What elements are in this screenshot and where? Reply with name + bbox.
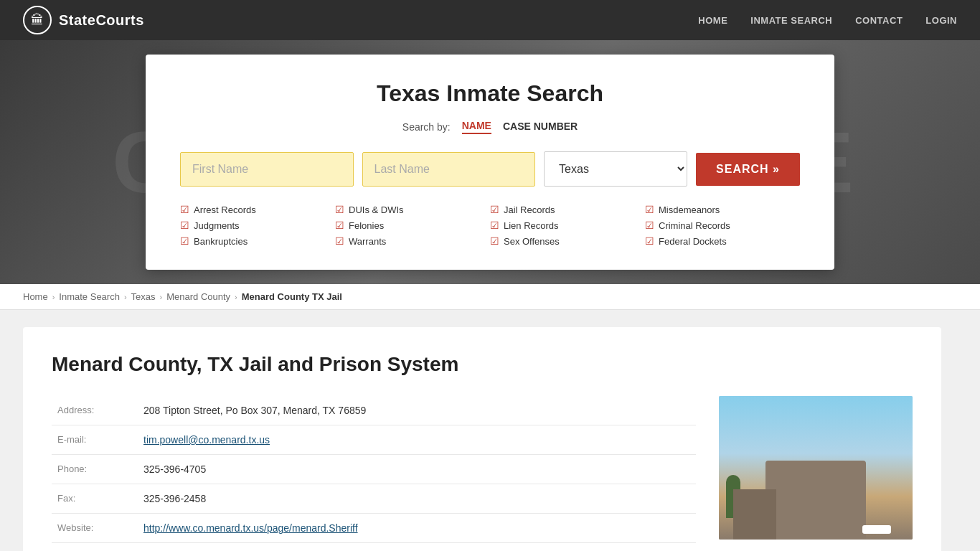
nav-login[interactable]: LOGIN bbox=[925, 15, 957, 26]
check-bankruptcies: ☑ Bankruptcies bbox=[180, 235, 335, 247]
label-email: E-mail: bbox=[52, 425, 138, 455]
check-label-arrest: Arrest Records bbox=[194, 204, 256, 215]
check-label-lien: Lien Records bbox=[504, 220, 559, 231]
check-icon-duis: ☑ bbox=[335, 204, 344, 215]
label-address: Address: bbox=[52, 396, 138, 425]
check-judgments: ☑ Judgments bbox=[180, 220, 335, 231]
label-fax: Fax: bbox=[52, 484, 138, 514]
nav-home[interactable]: HOME bbox=[698, 15, 727, 26]
check-icon-criminal: ☑ bbox=[645, 220, 654, 231]
value-phone: 325-396-4705 bbox=[138, 455, 696, 484]
breadcrumb-sep-1: › bbox=[52, 293, 55, 301]
breadcrumb: Home › Inmate Search › Texas › Menard Co… bbox=[0, 284, 980, 310]
check-label-jail: Jail Records bbox=[504, 204, 555, 215]
table-row: Address: 208 Tipton Street, Po Box 307, … bbox=[52, 396, 696, 425]
table-row: Phone: 325-396-4705 bbox=[52, 455, 696, 484]
checklist-col-3: ☑ Jail Records ☑ Lien Records ☑ Sex Offe… bbox=[490, 204, 645, 247]
check-label-felonies: Felonies bbox=[349, 220, 384, 231]
logo-text: StateCourts bbox=[59, 12, 144, 29]
first-name-input[interactable] bbox=[180, 152, 354, 187]
label-phone: Phone: bbox=[52, 455, 138, 484]
check-criminal-records: ☑ Criminal Records bbox=[645, 220, 800, 231]
breadcrumb-home[interactable]: Home bbox=[23, 291, 48, 302]
value-website: http://www.co.menard.tx.us/page/menard.S… bbox=[138, 514, 696, 543]
check-label-federal: Federal Dockets bbox=[659, 236, 727, 247]
check-icon-lien: ☑ bbox=[490, 220, 499, 231]
check-jail-records: ☑ Jail Records bbox=[490, 204, 645, 215]
search-card: Texas Inmate Search Search by: NAME CASE… bbox=[146, 55, 834, 270]
content-card: Menard County, TX Jail and Prison System… bbox=[23, 327, 941, 551]
content-right bbox=[719, 396, 913, 543]
check-duis: ☑ DUIs & DWIs bbox=[335, 204, 490, 215]
building-image bbox=[719, 396, 913, 540]
value-fax: 325-396-2458 bbox=[138, 484, 696, 514]
check-label-judgments: Judgments bbox=[194, 220, 240, 231]
check-warrants: ☑ Warrants bbox=[335, 235, 490, 247]
breadcrumb-sep-4: › bbox=[235, 293, 237, 301]
value-email: tim.powell@co.menard.tx.us bbox=[138, 425, 696, 455]
checklist-col-1: ☑ Arrest Records ☑ Judgments ☑ Bankruptc… bbox=[180, 204, 335, 247]
content-left: Address: 208 Tipton Street, Po Box 307, … bbox=[52, 396, 696, 543]
main-nav: HOME INMATE SEARCH CONTACT LOGIN bbox=[698, 15, 957, 26]
website-link[interactable]: http://www.co.menard.tx.us/page/menard.S… bbox=[143, 522, 358, 534]
content-area: Menard County, TX Jail and Prison System… bbox=[0, 310, 980, 551]
info-table: Address: 208 Tipton Street, Po Box 307, … bbox=[52, 396, 696, 543]
value-address: 208 Tipton Street, Po Box 307, Menard, T… bbox=[138, 396, 696, 425]
logo-icon: 🏛 bbox=[23, 6, 52, 34]
search-inputs-row: Texas Alabama Alaska California Florida … bbox=[180, 151, 800, 187]
breadcrumb-sep-2: › bbox=[124, 293, 127, 301]
search-title: Texas Inmate Search bbox=[180, 80, 800, 107]
nav-inmate-search[interactable]: INMATE SEARCH bbox=[750, 15, 832, 26]
breadcrumb-current: Menard County TX Jail bbox=[242, 291, 342, 302]
breadcrumb-sep-3: › bbox=[160, 293, 163, 301]
checklist-col-2: ☑ DUIs & DWIs ☑ Felonies ☑ Warrants bbox=[335, 204, 490, 247]
search-button[interactable]: SEARCH » bbox=[696, 153, 800, 186]
check-icon-federal: ☑ bbox=[645, 235, 654, 247]
check-icon-warrants: ☑ bbox=[335, 235, 344, 247]
check-federal-dockets: ☑ Federal Dockets bbox=[645, 235, 800, 247]
check-icon-arrest: ☑ bbox=[180, 204, 189, 215]
table-row: Fax: 325-396-2458 bbox=[52, 484, 696, 514]
content-title: Menard County, TX Jail and Prison System bbox=[52, 353, 913, 376]
tab-case-number[interactable]: CASE NUMBER bbox=[503, 121, 578, 133]
content-inner: Address: 208 Tipton Street, Po Box 307, … bbox=[52, 396, 913, 543]
check-icon-felonies: ☑ bbox=[335, 220, 344, 231]
check-icon-misdemeanors: ☑ bbox=[645, 204, 654, 215]
state-select[interactable]: Texas Alabama Alaska California Florida … bbox=[544, 151, 687, 187]
check-icon-judgments: ☑ bbox=[180, 220, 189, 231]
check-label-duis: DUIs & DWIs bbox=[349, 204, 404, 215]
check-arrest-records: ☑ Arrest Records bbox=[180, 204, 335, 215]
check-label-sex-offenses: Sex Offenses bbox=[504, 236, 560, 247]
breadcrumb-menard-county[interactable]: Menard County bbox=[166, 291, 230, 302]
check-misdemeanors: ☑ Misdemeanors bbox=[645, 204, 800, 215]
logo[interactable]: 🏛 StateCourts bbox=[23, 6, 144, 34]
site-header: 🏛 StateCourts HOME INMATE SEARCH CONTACT… bbox=[0, 0, 980, 40]
check-lien-records: ☑ Lien Records bbox=[490, 220, 645, 231]
last-name-input[interactable] bbox=[362, 152, 536, 187]
check-label-criminal: Criminal Records bbox=[659, 220, 730, 231]
tab-name[interactable]: NAME bbox=[462, 120, 491, 134]
check-icon-sex-offenses: ☑ bbox=[490, 235, 499, 247]
check-label-misdemeanors: Misdemeanors bbox=[659, 204, 720, 215]
check-sex-offenses: ☑ Sex Offenses bbox=[490, 235, 645, 247]
label-website: Website: bbox=[52, 514, 138, 543]
check-label-bankruptcies: Bankruptcies bbox=[194, 236, 248, 247]
table-row: Website: http://www.co.menard.tx.us/page… bbox=[52, 514, 696, 543]
email-link[interactable]: tim.powell@co.menard.tx.us bbox=[143, 434, 270, 446]
search-by-label: Search by: bbox=[402, 121, 451, 133]
check-felonies: ☑ Felonies bbox=[335, 220, 490, 231]
check-icon-bankruptcies: ☑ bbox=[180, 235, 189, 247]
check-icon-jail: ☑ bbox=[490, 204, 499, 215]
check-label-warrants: Warrants bbox=[349, 236, 386, 247]
hero-section: COURTHOUSE Texas Inmate Search Search by… bbox=[0, 40, 980, 284]
breadcrumb-texas[interactable]: Texas bbox=[131, 291, 156, 302]
search-by-row: Search by: NAME CASE NUMBER bbox=[180, 120, 800, 134]
checklist-grid: ☑ Arrest Records ☑ Judgments ☑ Bankruptc… bbox=[180, 204, 800, 247]
table-row: E-mail: tim.powell@co.menard.tx.us bbox=[52, 425, 696, 455]
checklist-col-4: ☑ Misdemeanors ☑ Criminal Records ☑ Fede… bbox=[645, 204, 800, 247]
nav-contact[interactable]: CONTACT bbox=[855, 15, 903, 26]
breadcrumb-inmate-search[interactable]: Inmate Search bbox=[59, 291, 120, 302]
